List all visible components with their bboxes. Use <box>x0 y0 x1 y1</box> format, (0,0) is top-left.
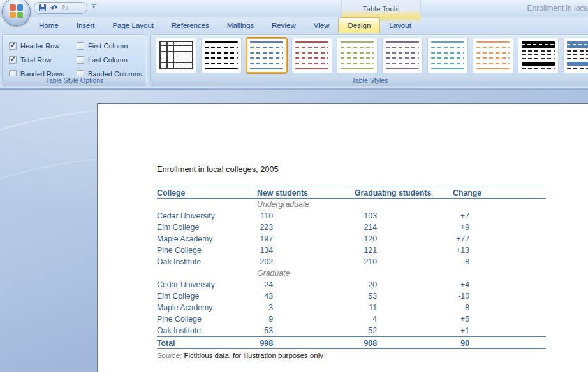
table-section-label[interactable]: Undergraduate <box>257 199 546 210</box>
tab-design[interactable]: Design <box>338 17 380 33</box>
checkbox-box-icon[interactable] <box>77 42 84 50</box>
tab-mailings[interactable]: Mailings <box>218 17 263 33</box>
tab-insert[interactable]: Insert <box>68 17 104 33</box>
checkbox-box-icon[interactable] <box>77 56 84 64</box>
table-cell[interactable]: 11 <box>355 302 453 313</box>
table-cell[interactable]: 103 <box>355 210 453 222</box>
light-shading-cyan-style[interactable] <box>427 38 468 73</box>
light-shading-olive-style[interactable] <box>337 38 378 73</box>
table-total-cell[interactable]: 998 <box>257 336 355 349</box>
table-cell[interactable]: Oak Institute <box>157 325 257 336</box>
word-window: Table Tools Enrollment in loca ↶ ▾ ↻ —▾ … <box>0 0 588 372</box>
table-cell[interactable]: -8 <box>453 256 546 268</box>
dashed-line <box>386 57 419 59</box>
table-cell[interactable]: 52 <box>355 325 453 336</box>
table-total-cell[interactable]: Total <box>157 336 257 349</box>
checkbox-first-column[interactable]: First Column <box>77 42 142 50</box>
table-cell[interactable]: Pine College <box>157 313 257 325</box>
table-total-cell[interactable]: 90 <box>453 336 546 349</box>
table-cell[interactable]: +9 <box>453 222 546 233</box>
tab-view[interactable]: View <box>305 17 339 33</box>
customize-quick-access-icon[interactable]: —▾ <box>91 3 97 8</box>
tab-references[interactable]: References <box>163 17 218 33</box>
table-total-cell[interactable]: 908 <box>355 336 453 349</box>
table-cell[interactable]: +7 <box>453 210 546 222</box>
light-shading-orange-style[interactable] <box>473 38 513 73</box>
light-shading-black-style[interactable] <box>201 38 242 73</box>
table-cell[interactable]: 53 <box>355 290 453 302</box>
table-cell[interactable]: Cedar University <box>157 210 257 222</box>
document-background: Enrollment in local colleges, 2005 Colle… <box>0 90 588 372</box>
table-cell[interactable]: Elm College <box>157 290 257 302</box>
table-cell[interactable]: 214 <box>355 222 453 233</box>
table-cell[interactable]: +77 <box>453 233 546 245</box>
table-cell[interactable]: 121 <box>355 245 453 256</box>
table-cell[interactable]: 120 <box>355 233 453 245</box>
dashed-line <box>386 52 419 54</box>
table-cell[interactable]: -8 <box>453 302 546 313</box>
table-cell[interactable]: Cedar University <box>157 279 257 290</box>
dashed-line <box>250 63 283 64</box>
dashed-line <box>431 63 464 64</box>
dashed-line <box>295 57 328 59</box>
light-shading-purple-style[interactable] <box>382 38 423 73</box>
light-shading-blue-style[interactable] <box>246 38 287 73</box>
table-cell[interactable]: 3 <box>257 302 355 313</box>
checkbox-box-icon[interactable] <box>9 56 17 64</box>
table-header-cell[interactable]: College <box>157 187 257 199</box>
light-shading-red-style[interactable] <box>291 38 332 73</box>
table-cell[interactable]: 134 <box>257 245 355 256</box>
table-cell[interactable]: -10 <box>453 290 546 302</box>
table-cell[interactable]: Maple Academy <box>157 233 257 245</box>
medium-shading-black-style[interactable] <box>518 38 559 73</box>
dashed-line <box>205 57 238 59</box>
table-cell[interactable]: Elm College <box>157 222 257 233</box>
table-cell[interactable]: +5 <box>453 313 546 325</box>
table-cell[interactable]: 24 <box>257 279 355 290</box>
table-cell[interactable]: 223 <box>257 222 355 233</box>
group-table-styles: Table Styles <box>150 34 588 86</box>
medium-shading-blue-style[interactable] <box>563 38 588 73</box>
table-header-cell[interactable]: Change <box>453 187 546 199</box>
redo-icon[interactable]: ↻ <box>61 4 68 12</box>
table-cell[interactable]: Pine College <box>157 245 257 256</box>
checkbox-header-row[interactable]: Header Row <box>9 42 77 50</box>
save-icon[interactable] <box>39 4 46 11</box>
tab-home[interactable]: Home <box>30 17 68 33</box>
table-cell[interactable]: +1 <box>453 325 546 336</box>
table-cell[interactable]: Maple Academy <box>157 302 257 313</box>
dashed-line <box>295 52 328 54</box>
table-cell[interactable]: 210 <box>355 256 453 268</box>
document-content: Enrollment in local colleges, 2005 Colle… <box>157 164 559 359</box>
table-cell[interactable]: +4 <box>453 279 546 290</box>
table-header-cell[interactable]: Graduating students <box>355 187 453 199</box>
table-cell[interactable]: 43 <box>257 290 355 302</box>
table-cell[interactable]: 20 <box>355 279 453 290</box>
table-cell[interactable]: 110 <box>257 210 355 222</box>
table-cell[interactable]: 202 <box>257 256 355 268</box>
tab-layout[interactable]: Layout <box>380 17 420 33</box>
dashed-line <box>476 52 510 54</box>
total-band <box>567 62 588 66</box>
ribbon: Header RowTotal RowBanded RowsFirst Colu… <box>0 33 588 88</box>
dashed-line <box>386 63 419 64</box>
dashed-line <box>567 54 588 55</box>
table-grid-style[interactable] <box>156 38 196 73</box>
table-section-label[interactable]: Graduate <box>257 268 546 279</box>
checkbox-total-row[interactable]: Total Row <box>9 56 77 64</box>
table-cell[interactable]: Oak Institute <box>157 256 257 268</box>
tab-review[interactable]: Review <box>263 17 305 33</box>
checkbox-last-column[interactable]: Last Column <box>77 56 142 64</box>
tab-page-layout[interactable]: Page Layout <box>103 17 163 33</box>
group-label-table-styles: Table Styles <box>151 76 588 85</box>
document-page[interactable]: Enrollment in local colleges, 2005 Colle… <box>97 103 588 372</box>
table-cell[interactable]: +13 <box>453 245 546 256</box>
table-cell[interactable]: 197 <box>257 233 355 245</box>
table-cell[interactable]: 4 <box>355 313 453 325</box>
table-cell[interactable]: 53 <box>257 325 355 336</box>
checkbox-box-icon[interactable] <box>9 42 17 50</box>
table-cell[interactable]: 9 <box>257 313 355 325</box>
table-header-cell[interactable]: New students <box>257 187 355 199</box>
dashed-line <box>567 50 588 52</box>
undo-dropdown-icon[interactable]: ▾ <box>55 6 57 10</box>
